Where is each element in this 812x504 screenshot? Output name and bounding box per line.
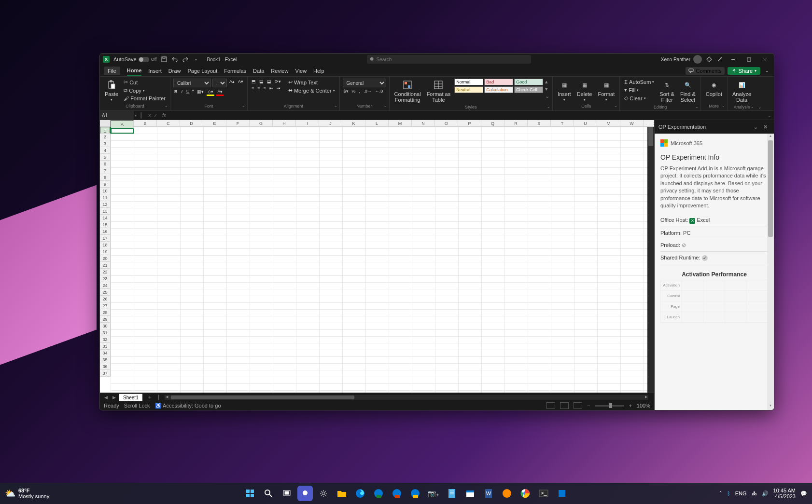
row-header[interactable]: 32	[100, 336, 111, 343]
row-header[interactable]: 8	[100, 174, 111, 181]
horizontal-scrollbar[interactable]: ◀ ▶	[165, 395, 648, 400]
align-middle-icon[interactable]: ⬓	[258, 79, 265, 84]
close-button[interactable]	[759, 54, 771, 64]
fontsize-select[interactable]: 11	[212, 79, 227, 87]
cancel-icon[interactable]: ✕	[148, 113, 152, 118]
row-header[interactable]: 7	[100, 167, 111, 174]
fill-color-icon[interactable]: ◇▾	[207, 89, 214, 96]
align-left-icon[interactable]: ≡	[251, 85, 255, 91]
arrow-up-icon[interactable]: ▴	[767, 134, 774, 140]
style-neutral[interactable]: Neutral	[454, 86, 483, 93]
weather-widget[interactable]: 68°F Mostly sunny	[18, 488, 49, 499]
row-header[interactable]: 34	[100, 350, 111, 356]
font-select[interactable]: Calibri	[173, 79, 211, 87]
indent-icon[interactable]: ⇥	[276, 85, 281, 91]
minimize-button[interactable]	[727, 54, 739, 64]
find-select-button[interactable]: 🔍Find & Select	[678, 79, 698, 104]
row-header[interactable]: 9	[100, 181, 111, 188]
arrow-down-icon[interactable]: ▾	[767, 403, 774, 410]
column-header[interactable]: P	[458, 120, 481, 127]
row-header[interactable]: 3	[100, 140, 111, 147]
align-right-icon[interactable]: ≡	[262, 85, 266, 91]
row-header[interactable]: 28	[100, 309, 111, 316]
row-header[interactable]: 30	[100, 323, 111, 329]
zoom-out-icon[interactable]: −	[587, 403, 590, 409]
collapse-ribbon-arrow-icon[interactable]: ⌄	[756, 104, 764, 110]
conditional-formatting-button[interactable]: Conditional Formatting	[392, 79, 423, 104]
column-header[interactable]: I	[296, 120, 319, 127]
format-as-table-button[interactable]: Format as Table	[425, 79, 453, 104]
style-good[interactable]: Good	[514, 79, 543, 85]
delete-cells-button[interactable]: ▦Delete▾	[575, 79, 594, 103]
row-header[interactable]: 11	[100, 194, 111, 201]
autosum-button[interactable]: ΣAutoSum▾	[623, 79, 656, 85]
dec-decimal-icon[interactable]: ←.0	[374, 88, 384, 94]
underline-button[interactable]: U	[185, 89, 191, 96]
column-header[interactable]: W	[620, 120, 644, 127]
cells-grid[interactable]	[111, 127, 654, 393]
scrollbar-thumb[interactable]	[648, 127, 653, 146]
tab-insert[interactable]: Insert	[148, 67, 162, 75]
column-header[interactable]: C	[157, 120, 180, 127]
arrow-right-icon[interactable]: ▶	[644, 395, 648, 400]
tab-review[interactable]: Review	[271, 67, 288, 75]
pane-menu-icon[interactable]: ⌄	[751, 124, 760, 130]
arrow-up-icon[interactable]: ▴	[545, 79, 549, 85]
wrap-text-button[interactable]: ↩Wrap Text	[287, 79, 336, 86]
qat-dropdown-icon[interactable]: ▾	[193, 56, 199, 63]
row-header[interactable]: 33	[100, 343, 111, 350]
arrow-down-icon[interactable]: ▾	[545, 86, 549, 92]
notifications-icon[interactable]: 💬	[800, 490, 807, 497]
percent-icon[interactable]: %	[351, 88, 357, 94]
view-normal-icon[interactable]	[546, 402, 555, 409]
camera-icon[interactable]: 📷₊	[426, 486, 441, 501]
comma-icon[interactable]: ,	[358, 88, 362, 94]
row-header[interactable]: 23	[100, 275, 111, 282]
style-bad[interactable]: Bad	[484, 79, 513, 85]
column-header[interactable]: M	[389, 120, 412, 127]
column-header[interactable]: L	[365, 120, 389, 127]
row-header[interactable]: 1	[100, 127, 111, 134]
settings-icon[interactable]	[316, 486, 331, 501]
scrollbar-thumb[interactable]	[171, 395, 354, 399]
font-color-icon[interactable]: A▾	[216, 89, 224, 96]
tab-formulas[interactable]: Formulas	[224, 67, 246, 75]
network-icon[interactable]: 🖧	[752, 490, 757, 496]
lang-indicator[interactable]: ENG	[735, 490, 747, 496]
app-blue-icon[interactable]	[554, 486, 570, 501]
column-header[interactable]: S	[528, 120, 551, 127]
column-header[interactable]: E	[203, 120, 226, 127]
column-header[interactable]: X	[644, 120, 654, 127]
inc-decimal-icon[interactable]: .0→	[363, 88, 373, 94]
calendar-icon[interactable]	[462, 486, 478, 501]
italic-button[interactable]: I	[180, 89, 183, 96]
column-header[interactable]: D	[180, 120, 203, 127]
orientation-icon[interactable]: ⟳▾	[274, 79, 282, 84]
autosave-toggle[interactable]: AutoSave Off	[113, 56, 157, 62]
column-header[interactable]: H	[273, 120, 296, 127]
column-header[interactable]: K	[342, 120, 365, 127]
copy-button[interactable]: ⧉Copy▾	[122, 87, 167, 94]
row-header[interactable]: 4	[100, 147, 111, 154]
sort-filter-button[interactable]: ⇅Sort & Filter	[658, 79, 676, 104]
view-pagelayout-icon[interactable]	[560, 402, 569, 409]
bold-button[interactable]: B	[173, 89, 179, 96]
more-icon[interactable]: ⌄	[545, 93, 549, 99]
terminal-icon[interactable]: >_	[536, 486, 551, 501]
clear-button[interactable]: ◇Clear▾	[623, 95, 656, 102]
row-header[interactable]: 21	[100, 262, 111, 269]
row-header[interactable]: 35	[100, 356, 111, 363]
start-button[interactable]	[242, 486, 258, 501]
border-icon[interactable]: ▦▾	[196, 89, 205, 96]
select-all-corner[interactable]	[100, 120, 111, 127]
row-header[interactable]: 18	[100, 242, 111, 248]
expand-bar-icon[interactable]: ⌄	[765, 113, 774, 118]
add-sheet-button[interactable]: +	[144, 394, 155, 401]
row-header[interactable]: 16	[100, 228, 111, 235]
column-header[interactable]: T	[551, 120, 574, 127]
currency-icon[interactable]: $▾	[343, 88, 350, 94]
diamond-icon[interactable]	[706, 56, 713, 63]
column-header[interactable]: Q	[481, 120, 504, 127]
pane-scrollbar[interactable]: ▴ ▾	[767, 134, 774, 410]
row-header[interactable]: 14	[100, 215, 111, 221]
